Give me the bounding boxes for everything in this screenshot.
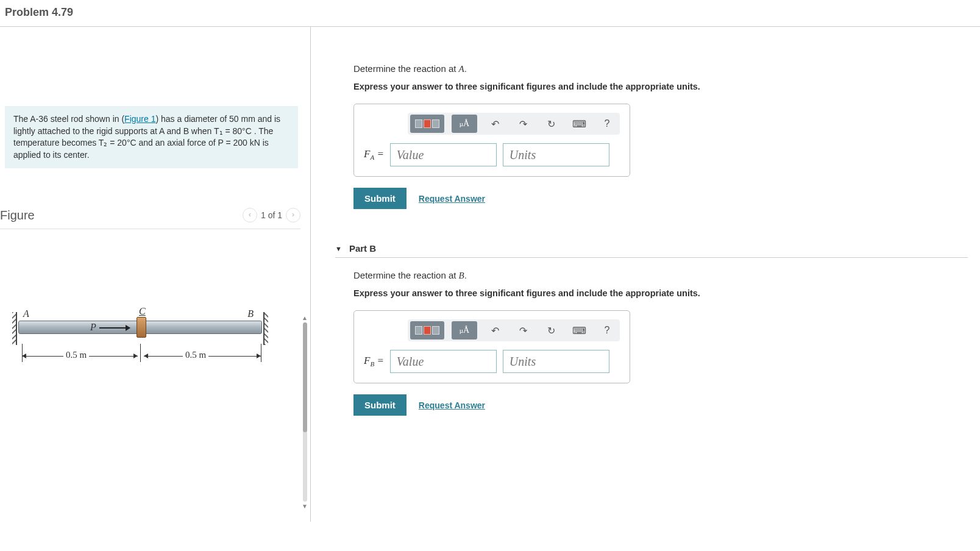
reset-button[interactable]: ↻ <box>541 115 561 133</box>
part-a-instructions: Express your answer to three significant… <box>353 82 968 91</box>
part-b-toolbar: µÅ ↶ ↷ ↻ ⌨ ? <box>408 319 620 341</box>
figure-prev-button[interactable]: ‹ <box>243 208 257 222</box>
part-a-answer-row: FA = <box>364 143 620 166</box>
dim-tick <box>22 344 23 362</box>
page-header: Problem 4.79 <box>0 0 980 27</box>
part-a-toolbar: µÅ ↶ ↷ ↻ ⌨ ? <box>408 113 620 135</box>
template-tool-button[interactable] <box>410 115 444 133</box>
part-b-units-input[interactable] <box>503 350 609 373</box>
prompt-var: A <box>459 64 464 74</box>
problem-title: Problem 4.79 <box>5 6 975 19</box>
part-b-prompt: Determine the reaction at B. <box>353 270 968 281</box>
label-p: P <box>90 322 96 333</box>
figure-scrollbar[interactable]: ▲ ▼ <box>302 315 308 510</box>
dim-tick <box>261 344 261 362</box>
problem-statement: The A-36 steel rod shown in (Figure 1) h… <box>5 106 298 168</box>
redo-button[interactable]: ↷ <box>513 115 533 133</box>
answer-var: F <box>364 148 370 160</box>
part-a-request-answer-link[interactable]: Request Answer <box>419 194 485 204</box>
help-button[interactable]: ? <box>597 115 617 133</box>
scroll-track <box>303 322 307 502</box>
prompt-text: Determine the reaction at <box>353 270 459 280</box>
part-b-instructions: Express your answer to three significant… <box>353 288 968 298</box>
units-tool-button[interactable]: µÅ <box>452 115 477 133</box>
part-a-submit-button[interactable]: Submit <box>353 188 407 209</box>
part-b-request-answer-link[interactable]: Request Answer <box>419 400 485 410</box>
collar-icon <box>137 317 146 338</box>
wall-right-icon <box>263 312 268 345</box>
figure-nav: ‹ 1 of 1 › <box>243 208 300 222</box>
force-arrow-icon <box>99 327 130 329</box>
prompt-text: . <box>464 63 467 74</box>
label-c: C <box>139 306 146 317</box>
redo-button[interactable]: ↷ <box>513 321 533 339</box>
scroll-thumb <box>303 322 307 432</box>
undo-button[interactable]: ↶ <box>485 321 505 339</box>
label-b: B <box>247 308 254 319</box>
part-b: Determine the reaction at B. Express you… <box>353 270 968 416</box>
figure-nav-text: 1 of 1 <box>261 210 282 220</box>
figure-diagram: A B C P 0.5 m 0.5 m <box>12 308 268 388</box>
dim-text-1: 0.5 m <box>63 350 89 360</box>
scroll-up-icon: ▲ <box>302 315 308 321</box>
part-b-header[interactable]: ▼ Part B <box>335 240 968 258</box>
part-b-submit-button[interactable]: Submit <box>353 394 407 416</box>
part-a-submit-row: Submit Request Answer <box>353 188 968 209</box>
prompt-text: . <box>464 270 467 280</box>
left-panel: The A-36 steel rod shown in (Figure 1) h… <box>0 27 311 522</box>
answer-eq: = <box>374 355 384 366</box>
part-b-answer-box: µÅ ↶ ↷ ↻ ⌨ ? FB = <box>353 310 630 383</box>
figure-area: A B C P 0.5 m 0.5 m ▲ ▼ <box>0 308 304 516</box>
help-button[interactable]: ? <box>597 321 617 339</box>
keyboard-button[interactable]: ⌨ <box>569 321 589 339</box>
figure-title: Figure <box>0 208 35 222</box>
part-b-title: Part B <box>349 243 376 254</box>
right-panel: Determine the reaction at A. Express you… <box>311 27 980 522</box>
collapse-caret-icon: ▼ <box>335 245 342 252</box>
answer-var: F <box>364 355 370 366</box>
part-b-submit-row: Submit Request Answer <box>353 394 968 416</box>
undo-button[interactable]: ↶ <box>485 115 505 133</box>
wall-left-icon <box>12 312 17 345</box>
units-tool-button[interactable]: µÅ <box>452 321 477 339</box>
label-a: A <box>23 308 29 319</box>
part-a-answer-box: µÅ ↶ ↷ ↻ ⌨ ? FA = <box>353 104 630 177</box>
dim-tick <box>140 344 141 362</box>
part-a-prompt: Determine the reaction at A. <box>353 63 968 74</box>
figure-next-button[interactable]: › <box>286 208 300 222</box>
answer-label-fb: FB = <box>364 355 384 368</box>
answer-eq: = <box>374 148 384 160</box>
figure-link[interactable]: Figure 1 <box>124 114 155 124</box>
prompt-var: B <box>459 271 464 280</box>
dim-text-2: 0.5 m <box>183 350 208 360</box>
part-b-answer-row: FB = <box>364 350 620 373</box>
keyboard-button[interactable]: ⌨ <box>569 115 589 133</box>
template-tool-button[interactable] <box>410 321 444 339</box>
scroll-down-icon: ▼ <box>302 503 308 510</box>
part-a-units-input[interactable] <box>503 143 609 166</box>
reset-button[interactable]: ↻ <box>541 321 561 339</box>
part-a-value-input[interactable] <box>390 143 497 166</box>
figure-header: Figure ‹ 1 of 1 › <box>0 208 300 229</box>
prompt-text: Determine the reaction at <box>353 63 459 74</box>
problem-text-1: The A-36 steel rod shown in ( <box>13 114 124 124</box>
part-b-value-input[interactable] <box>390 350 497 373</box>
part-a: Determine the reaction at A. Express you… <box>353 63 968 209</box>
answer-label-fa: FA = <box>364 148 384 161</box>
